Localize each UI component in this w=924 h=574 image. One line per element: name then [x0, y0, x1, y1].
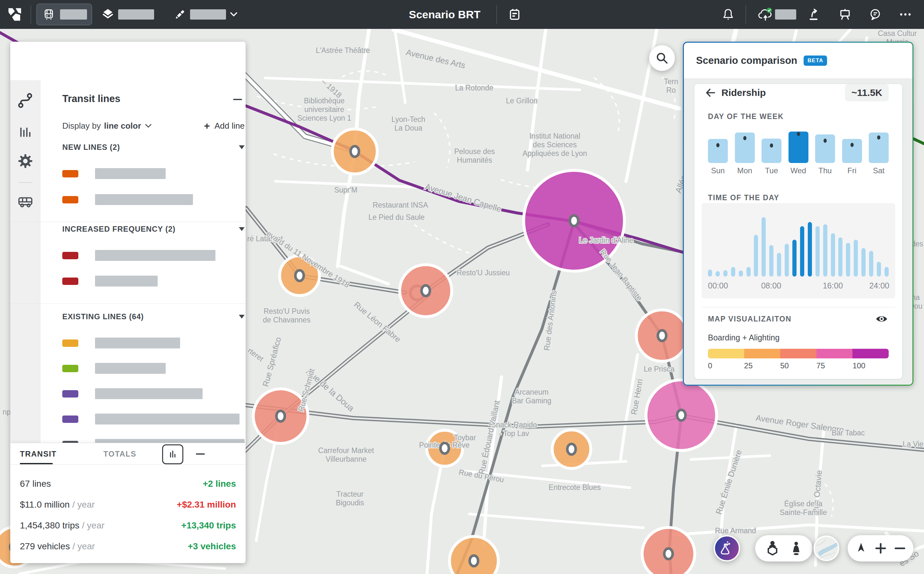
scenario-lab-button[interactable] — [714, 535, 740, 561]
hour-bar-11[interactable] — [792, 240, 796, 277]
isochrone-person-icon[interactable] — [765, 540, 780, 557]
transit-line-item[interactable] — [62, 250, 245, 261]
visibility-eye-icon[interactable] — [875, 312, 889, 325]
chevron-down-icon[interactable] — [227, 0, 240, 29]
hour-bar-17[interactable] — [838, 237, 842, 277]
transit-line-item[interactable] — [62, 413, 245, 424]
layers-icon[interactable] — [99, 0, 117, 29]
hour-bar-6[interactable] — [754, 235, 758, 277]
stat-value: 1,454,380 trips — [20, 520, 79, 531]
beta-badge: BETA — [804, 55, 827, 66]
calendar-icon[interactable] — [505, 0, 524, 29]
collapse-stats-button[interactable] — [195, 449, 205, 459]
hour-bar-8[interactable] — [769, 245, 774, 277]
cloud-sync-icon[interactable] — [757, 0, 774, 29]
scenario-title[interactable]: Scenario BRT — [404, 0, 486, 29]
hour-bar-15[interactable] — [823, 224, 828, 277]
hour-bar-4[interactable] — [739, 270, 743, 277]
section-collapse-triangle-icon[interactable] — [239, 315, 245, 319]
section-collapse-triangle-icon[interactable] — [239, 145, 245, 149]
station-marker-icon[interactable] — [470, 556, 478, 566]
zoom-in-icon[interactable] — [875, 542, 886, 554]
station-marker-icon[interactable] — [677, 410, 685, 421]
section-header[interactable]: NEW LINES (2) — [62, 141, 245, 154]
station-marker-icon[interactable] — [658, 331, 666, 341]
vehicles-bus-icon[interactable] — [10, 194, 41, 210]
day-bar-mon[interactable] — [735, 132, 755, 163]
hour-bar-1[interactable] — [716, 271, 720, 277]
transit-line-item[interactable] — [62, 337, 245, 348]
station-marker-icon[interactable] — [276, 411, 285, 422]
tab-transit[interactable]: TRANSIT — [20, 449, 57, 459]
hour-bar-18[interactable] — [846, 243, 850, 277]
section-collapse-triangle-icon[interactable] — [239, 227, 245, 231]
hour-bar-12[interactable] — [800, 226, 804, 277]
transit-line-item[interactable] — [62, 363, 245, 374]
time-of-day-chart: 00:0008:0016:0024:00 — [701, 203, 895, 298]
hour-bar-14[interactable] — [815, 226, 820, 277]
transit-line-item[interactable] — [62, 388, 245, 399]
hour-bar-5[interactable] — [747, 267, 750, 277]
station-marker-icon[interactable] — [570, 216, 578, 226]
day-bar-fri[interactable] — [842, 139, 862, 163]
display-by-value[interactable]: line color — [104, 121, 141, 131]
station-marker-icon[interactable] — [351, 146, 359, 157]
settings-gear-icon[interactable] — [10, 153, 41, 169]
day-bar-sat[interactable] — [869, 132, 889, 163]
station-marker-icon[interactable] — [441, 443, 449, 454]
present-easel-icon[interactable] — [836, 0, 854, 29]
hour-bar-22[interactable] — [877, 262, 881, 277]
hour-bar-9[interactable] — [777, 253, 781, 277]
day-bar-sun[interactable] — [708, 139, 728, 163]
hour-bar-20[interactable] — [861, 248, 866, 277]
hour-bar-21[interactable] — [869, 251, 873, 277]
hour-bar-13[interactable] — [808, 222, 812, 277]
share-export-icon[interactable] — [805, 0, 823, 29]
tab-totals[interactable]: TOTALS — [103, 449, 136, 459]
station-marker-icon[interactable] — [567, 444, 576, 455]
person-icon[interactable] — [790, 540, 802, 557]
display-by-chevron-icon[interactable] — [145, 124, 152, 128]
day-bar-tue[interactable] — [761, 139, 782, 163]
add-line-button[interactable]: + Add line — [204, 120, 245, 132]
pencil-icon[interactable] — [171, 0, 189, 29]
hour-bar-10[interactable] — [785, 244, 789, 277]
chart-rail-icon[interactable] — [10, 125, 41, 139]
hour-bar-3[interactable] — [731, 267, 735, 277]
hour-bar-23[interactable] — [885, 267, 889, 277]
hour-bar-7[interactable] — [761, 217, 766, 277]
tab-transit-lines[interactable] — [36, 3, 92, 25]
compass-north-icon[interactable] — [855, 542, 867, 555]
station-marker-icon[interactable] — [664, 549, 673, 559]
notifications-bell-icon[interactable] — [719, 0, 737, 29]
hour-bar-19[interactable] — [854, 240, 858, 277]
search-button[interactable] — [649, 45, 675, 71]
zoom-out-icon[interactable] — [894, 542, 906, 554]
day-bar-thu[interactable] — [815, 134, 835, 163]
station-marker-icon[interactable] — [295, 270, 304, 281]
line-color-chip — [62, 365, 78, 372]
stats-chart-button[interactable] — [162, 445, 183, 464]
app-logo-icon[interactable] — [6, 0, 24, 29]
transit-line-item[interactable] — [62, 168, 245, 179]
day-dot-icon — [797, 132, 800, 136]
station-marker-icon[interactable] — [422, 285, 430, 296]
back-arrow-icon[interactable] — [705, 87, 716, 98]
chat-icon[interactable] — [866, 0, 884, 29]
transit-line-item[interactable] — [62, 194, 245, 205]
hour-bar-16[interactable] — [831, 233, 835, 277]
route-lines-icon[interactable] — [10, 92, 41, 109]
stat-delta: +3 vehicles — [188, 541, 236, 552]
section-header[interactable]: INCREASED FREQUENCY (2) — [62, 223, 245, 235]
hour-bar-0[interactable] — [708, 270, 712, 277]
minimap-button[interactable] — [813, 536, 839, 561]
transit-line-item[interactable] — [62, 276, 245, 287]
collapse-panel-button[interactable] — [232, 94, 243, 105]
axis-label: 00:00 — [708, 281, 728, 290]
more-options-icon[interactable] — [896, 0, 915, 29]
line-color-chip — [62, 196, 78, 203]
day-bar-wed[interactable] — [788, 132, 809, 163]
section-header[interactable]: EXISTING LINES (64) — [62, 310, 245, 323]
hour-bar-2[interactable] — [723, 270, 728, 277]
jane-tools-pill — [755, 535, 812, 561]
